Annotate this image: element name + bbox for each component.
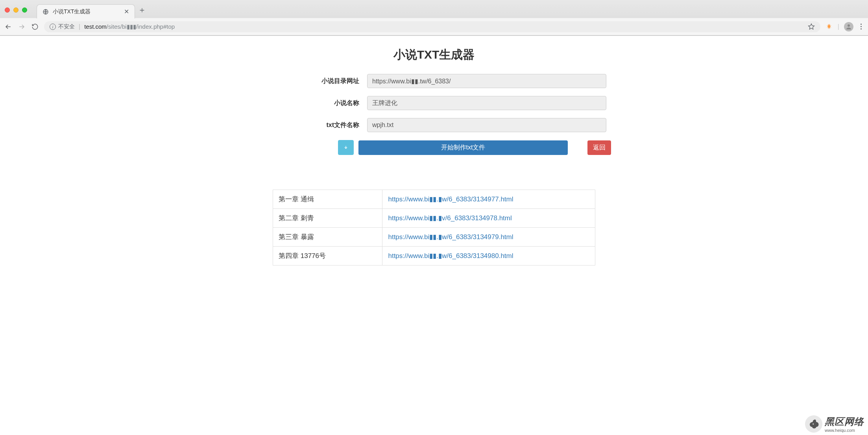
chapter-link-cell: https://www.bi▮▮.▮v/6_6383/3134978.html	[382, 209, 595, 228]
back-button[interactable]: 返回	[587, 140, 611, 155]
novel-url-input[interactable]	[367, 74, 606, 88]
novel-name-input[interactable]	[367, 96, 606, 110]
download-button[interactable]	[338, 140, 354, 155]
browser-chrome: 小说TXT生成器 ✕ i 不安全 | test.com/sites/bi▮▮▮/…	[0, 0, 868, 36]
chapter-link-cell: https://www.bi▮▮.▮w/6_6383/3134979.html	[382, 228, 595, 247]
reload-button[interactable]	[31, 22, 39, 31]
table-row: 第二章 刺青https://www.bi▮▮.▮v/6_6383/3134978…	[273, 209, 595, 228]
page-title: 小说TXT生成器	[257, 47, 611, 63]
txt-label: txt文件名称	[257, 121, 367, 129]
form-row-txt: txt文件名称	[257, 118, 611, 132]
new-tab-button[interactable]	[139, 7, 145, 13]
chapter-link[interactable]: https://www.bi▮▮.▮w/6_6383/3134980.html	[388, 252, 513, 260]
url-label: 小说目录网址	[257, 77, 367, 85]
download-arrow-icon	[344, 144, 348, 151]
chapter-title-cell: 第二章 刺青	[273, 209, 382, 228]
info-icon: i	[50, 24, 56, 30]
button-row: 开始制作txt文件 返回	[257, 140, 611, 155]
tab-title: 小说TXT生成器	[53, 8, 120, 15]
txt-filename-input[interactable]	[367, 118, 606, 132]
svg-point-2	[813, 424, 814, 425]
chapter-table: 第一章 通缉https://www.bi▮▮.▮w/6_6383/3134977…	[273, 190, 595, 265]
insecure-label: 不安全	[58, 23, 75, 30]
close-window-button[interactable]	[5, 7, 10, 13]
browser-tab[interactable]: 小说TXT生成器 ✕	[37, 4, 135, 18]
forward-button[interactable]	[17, 22, 26, 31]
omnibox-separator: |	[79, 23, 80, 30]
omnibox[interactable]: i 不安全 | test.com/sites/bi▮▮▮/index.php#t…	[44, 21, 820, 32]
tab-bar: 小说TXT生成器 ✕	[0, 0, 868, 18]
window-controls	[5, 7, 27, 13]
url-text: test.com/sites/bi▮▮▮/index.php#top	[84, 23, 175, 30]
chapter-title-cell: 第三章 暴露	[273, 228, 382, 247]
bookmark-star-icon[interactable]	[808, 23, 815, 30]
chapter-link-cell: https://www.bi▮▮.▮w/6_6383/3134980.html	[382, 247, 595, 265]
page-content: 小说TXT生成器 小说目录网址 小说名称 txt文件名称 开始制作txt文件 返…	[257, 36, 611, 281]
chapter-link[interactable]: https://www.bi▮▮.▮w/6_6383/3134977.html	[388, 195, 513, 203]
watermark-text-en: www.heiqu.com	[825, 428, 864, 433]
minimize-window-button[interactable]	[13, 7, 18, 13]
site-info[interactable]: i 不安全	[50, 23, 75, 30]
watermark-text-cn: 黑区网络	[825, 415, 864, 428]
chapter-link-cell: https://www.bi▮▮.▮w/6_6383/3134977.html	[382, 190, 595, 209]
maximize-window-button[interactable]	[22, 7, 27, 13]
address-bar: i 不安全 | test.com/sites/bi▮▮▮/index.php#t…	[0, 18, 868, 35]
start-build-button[interactable]: 开始制作txt文件	[358, 140, 568, 155]
viewport[interactable]: 小说TXT生成器 小说目录网址 小说名称 txt文件名称 开始制作txt文件 返…	[0, 36, 868, 435]
close-tab-icon[interactable]: ✕	[124, 8, 129, 15]
svg-point-1	[848, 24, 850, 27]
browser-menu-button[interactable]	[858, 24, 864, 29]
table-row: 第一章 通缉https://www.bi▮▮.▮w/6_6383/3134977…	[273, 190, 595, 209]
watermark-logo-icon	[805, 415, 822, 433]
chapter-link[interactable]: https://www.bi▮▮.▮v/6_6383/3134978.html	[388, 214, 512, 222]
table-row: 第三章 暴露https://www.bi▮▮.▮w/6_6383/3134979…	[273, 228, 595, 247]
chapter-title-cell: 第四章 13776号	[273, 247, 382, 265]
toolbar-separator: |	[838, 23, 839, 30]
profile-avatar[interactable]	[844, 22, 853, 31]
globe-icon	[42, 9, 49, 15]
form-row-name: 小说名称	[257, 96, 611, 110]
table-row: 第四章 13776号https://www.bi▮▮.▮w/6_6383/313…	[273, 247, 595, 265]
chapter-title-cell: 第一章 通缉	[273, 190, 382, 209]
extension-icon[interactable]	[825, 23, 833, 31]
form-row-url: 小说目录网址	[257, 74, 611, 88]
chapter-link[interactable]: https://www.bi▮▮.▮w/6_6383/3134979.html	[388, 233, 513, 241]
back-button[interactable]	[4, 22, 13, 31]
name-label: 小说名称	[257, 99, 367, 107]
watermark: 黑区网络 www.heiqu.com	[805, 415, 864, 433]
